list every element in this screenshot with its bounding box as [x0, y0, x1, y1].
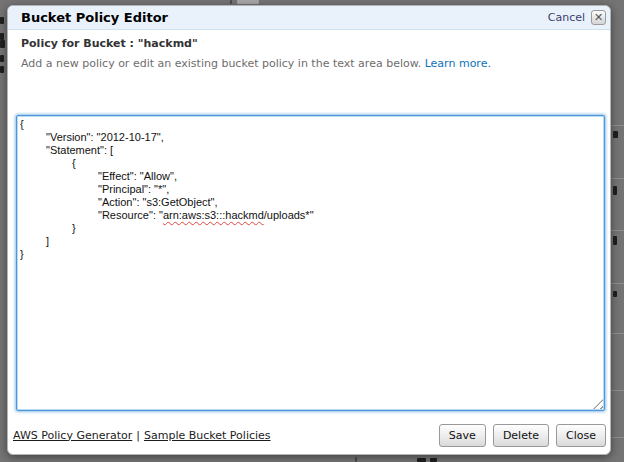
backdrop-text-fragment [613, 236, 617, 245]
save-button[interactable]: Save [439, 424, 486, 447]
backdrop-text-fragment [613, 291, 617, 297]
backdrop-row-line [611, 230, 624, 231]
backdrop-text-fragment [0, 55, 4, 62]
dialog-footer: AWS Policy Generator|Sample Bucket Polic… [13, 422, 606, 448]
backdrop-row-line [611, 437, 624, 438]
backdrop-text-fragment [613, 186, 617, 195]
resize-handle-icon[interactable] [593, 399, 603, 409]
backdrop-text-fragment [430, 458, 437, 462]
backdrop-text-fragment [0, 66, 4, 73]
backdrop-row-line [611, 333, 624, 334]
backdrop-row-line [611, 390, 624, 391]
backdrop-text-fragment [0, 40, 5, 48]
description-text: Add a new policy or edit an existing buc… [21, 57, 421, 70]
link-separator: | [136, 429, 140, 442]
bucket-policy-editor-dialog: Bucket Policy Editor Cancel ✕ Policy for… [7, 5, 611, 455]
backdrop-text-fragment [0, 33, 4, 40]
footer-links: AWS Policy Generator|Sample Bucket Polic… [13, 429, 271, 442]
sample-bucket-policies-link[interactable]: Sample Bucket Policies [144, 429, 271, 442]
backdrop-table-border [355, 457, 357, 462]
backdrop-text-fragment [613, 131, 618, 138]
backdrop-table-border [230, 0, 232, 4]
dialog-description: Add a new policy or edit an existing buc… [21, 57, 491, 70]
close-icon[interactable]: ✕ [591, 10, 606, 25]
learn-more-link[interactable]: Learn more. [425, 57, 491, 70]
cancel-link[interactable]: Cancel [548, 11, 585, 24]
dialog-title: Bucket Policy Editor [21, 10, 548, 25]
footer-buttons: Save Delete Close [439, 424, 606, 447]
dialog-header: Bucket Policy Editor Cancel ✕ [8, 6, 610, 30]
backdrop-row-line [611, 125, 624, 126]
close-button[interactable]: Close [556, 424, 606, 447]
policy-textarea[interactable]: { "Version": "2012-10-17", "Statement": … [16, 115, 605, 411]
backdrop-text-fragment [417, 458, 426, 462]
delete-button[interactable]: Delete [493, 424, 549, 447]
policy-for-bucket-label: Policy for Bucket : "hackmd" [21, 37, 198, 50]
backdrop-row-line [611, 283, 624, 284]
policy-text[interactable]: { "Version": "2012-10-17", "Statement": … [20, 118, 592, 408]
backdrop-text-fragment [0, 17, 4, 24]
backdrop-highlight [237, 0, 259, 4]
aws-policy-generator-link[interactable]: AWS Policy Generator [13, 429, 132, 442]
backdrop-row-line [611, 178, 624, 179]
